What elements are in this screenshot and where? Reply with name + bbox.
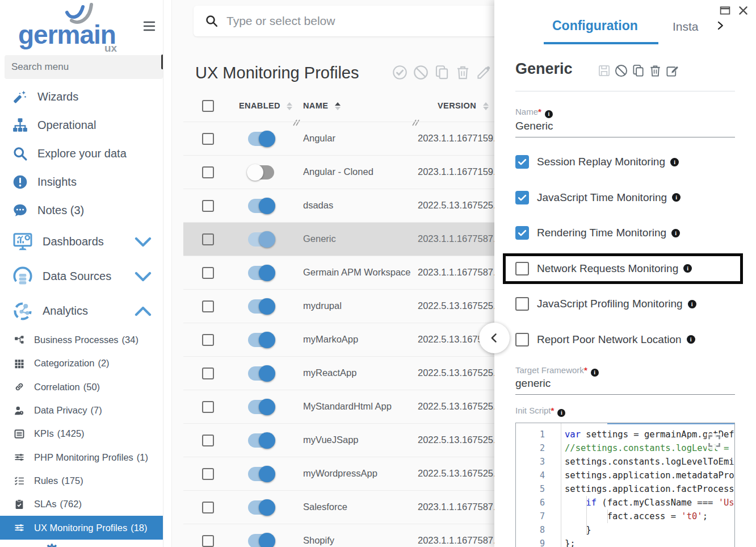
delete-icon[interactable]	[455, 65, 471, 80]
enabled-toggle[interactable]	[248, 467, 274, 481]
sidebar-item-kpis[interactable]: KPIs(1425)	[0, 422, 163, 445]
table-row[interactable]: Generic2023.1.1.1677587.	[183, 222, 494, 256]
delete-icon[interactable]	[649, 64, 662, 77]
info-icon[interactable]: i	[557, 409, 565, 417]
row-checkbox[interactable]	[202, 435, 214, 446]
disable-icon[interactable]	[615, 64, 628, 77]
table-row[interactable]: Angular2023.1.1.1677159.	[183, 122, 494, 155]
table-row[interactable]: Salesforce2023.1.1.1677587.	[183, 490, 494, 524]
sidebar-item-explore-your-data[interactable]: Explore your data	[0, 139, 163, 168]
sidebar-item-analytics[interactable]: Analytics	[0, 294, 163, 328]
sidebar-item-categorization[interactable]: Categorization(2)	[0, 352, 163, 375]
sidebar-item-wizards[interactable]: Wizards	[0, 82, 163, 111]
sidebar-item-notes-3[interactable]: Notes (3)	[0, 196, 163, 224]
table-row[interactable]: myWordpressApp2022.5.13.167525.	[183, 457, 494, 490]
checkbox-session-replay-monitoring[interactable]	[515, 155, 529, 169]
row-checkbox[interactable]	[202, 300, 214, 312]
checkbox-network-requests-monitoring[interactable]	[515, 262, 529, 275]
row-checkbox[interactable]	[202, 468, 214, 480]
row-checkbox[interactable]	[202, 166, 214, 178]
sidebar-item-business-processes[interactable]: Business Processes(34)	[0, 328, 163, 352]
row-checkbox[interactable]	[202, 133, 214, 145]
table-row[interactable]: Angular - Cloned2023.1.1.1677159.	[183, 155, 494, 189]
sidebar-item-data-privacy[interactable]: Data Privacy(7)	[0, 399, 163, 422]
column-header-enabled[interactable]: ENABLED	[239, 101, 292, 110]
info-icon[interactable]: i	[671, 229, 680, 237]
enabled-toggle[interactable]	[248, 366, 274, 381]
sidebar-item-operational[interactable]: Operational	[0, 111, 163, 139]
name-field[interactable]: Generic	[515, 120, 553, 132]
chevron-up-icon[interactable]	[133, 301, 153, 321]
enabled-toggle[interactable]	[248, 266, 274, 280]
table-row[interactable]: dsadas2022.5.13.167525.	[183, 189, 494, 222]
enabled-toggle[interactable]	[248, 500, 274, 515]
close-icon[interactable]	[737, 5, 749, 16]
row-checkbox[interactable]	[202, 401, 214, 413]
edit-icon[interactable]	[476, 65, 492, 80]
enabled-toggle[interactable]	[248, 534, 274, 547]
hamburger-menu-icon[interactable]	[142, 19, 157, 33]
row-checkbox[interactable]	[202, 502, 214, 513]
sidebar-search-input[interactable]	[5, 61, 163, 73]
save-icon[interactable]	[598, 64, 611, 77]
table-row[interactable]: MyStandardHtml App2022.5.13.167525.	[183, 390, 494, 423]
table-row[interactable]: Germain APM Workspace2023.1.1.1677587.	[183, 256, 494, 289]
sidebar-item-rules[interactable]: Rules(175)	[0, 469, 163, 492]
chevron-down-icon[interactable]	[133, 266, 153, 287]
row-checkbox[interactable]	[202, 535, 214, 547]
tab-configuration[interactable]: Configuration	[552, 18, 638, 34]
sidebar-item-ux-monitoring-profiles[interactable]: UX Monitoring Profiles(18)	[0, 516, 163, 539]
info-icon[interactable]: i	[672, 193, 681, 202]
info-icon[interactable]: i	[687, 335, 695, 344]
enabled-toggle[interactable]	[248, 232, 274, 247]
checkbox-report-poor-network-location[interactable]	[515, 333, 529, 346]
table-row[interactable]: mydrupal2022.5.13.167525.	[183, 289, 494, 323]
column-header-name[interactable]: NAME	[303, 101, 341, 110]
sidebar-scrollbar[interactable]	[161, 55, 163, 69]
checkbox-javascript-time-monitoring[interactable]	[515, 191, 529, 204]
chevron-down-icon[interactable]	[133, 232, 153, 252]
edit-icon[interactable]	[666, 64, 679, 77]
table-row[interactable]: myReactApp2022.5.13.167525.	[183, 356, 494, 390]
checkbox-rendering-time-monitoring[interactable]	[515, 226, 529, 240]
row-checkbox[interactable]	[202, 334, 214, 346]
select-all-checkbox[interactable]	[202, 100, 214, 112]
sidebar-item-php-monitoring-profiles[interactable]: PHP Monitoring Profiles(1)	[0, 445, 163, 469]
info-icon[interactable]: i	[591, 369, 599, 377]
table-row[interactable]: myMarkoApp2022.5.13.167525.	[183, 323, 494, 356]
approve-icon[interactable]	[392, 65, 408, 80]
table-row[interactable]: Shopify2023.1.1.1677587.	[183, 524, 494, 547]
sidebar-item-slas[interactable]: SLAs(762)	[0, 492, 163, 516]
target-framework-field[interactable]: generic	[515, 377, 551, 390]
enabled-toggle[interactable]	[248, 299, 274, 314]
enabled-toggle[interactable]	[248, 433, 274, 448]
sidebar-item-insights[interactable]: Insights	[0, 168, 163, 196]
row-checkbox[interactable]	[202, 267, 214, 279]
copy-icon[interactable]	[632, 64, 645, 77]
row-checkbox[interactable]	[202, 368, 214, 379]
main-search-input[interactable]	[226, 14, 494, 28]
checkbox-javascript-profiling-monitoring[interactable]	[515, 297, 529, 311]
init-script-editor[interactable]: 123456789 var settings = germainApm.getD…	[515, 423, 735, 547]
expand-editor-icon[interactable]	[707, 433, 722, 449]
enabled-toggle[interactable]	[248, 165, 274, 179]
info-icon[interactable]: i	[683, 264, 692, 273]
row-checkbox[interactable]	[202, 200, 214, 212]
enabled-toggle[interactable]	[248, 400, 274, 414]
row-checkbox[interactable]	[202, 233, 214, 245]
sidebar-item-dashboards[interactable]: Dashboards	[0, 224, 163, 259]
table-row[interactable]: myVueJSapp2022.5.13.167525.	[183, 423, 494, 457]
collapse-panel-button[interactable]	[479, 323, 510, 353]
maximize-icon[interactable]	[719, 5, 731, 16]
info-icon[interactable]: i	[545, 110, 553, 118]
info-icon[interactable]: i	[670, 158, 679, 166]
enabled-toggle[interactable]	[248, 199, 274, 213]
enabled-toggle[interactable]	[248, 132, 274, 146]
chevron-right-icon[interactable]	[715, 20, 725, 31]
disable-icon[interactable]	[413, 65, 429, 80]
sidebar-item-correlation[interactable]: Correlation(50)	[0, 375, 163, 399]
copy-icon[interactable]	[434, 65, 450, 80]
info-icon[interactable]: i	[688, 300, 696, 308]
sidebar-item-data-sources[interactable]: Data Sources	[0, 259, 163, 294]
column-header-version[interactable]: VERSION	[438, 101, 489, 110]
